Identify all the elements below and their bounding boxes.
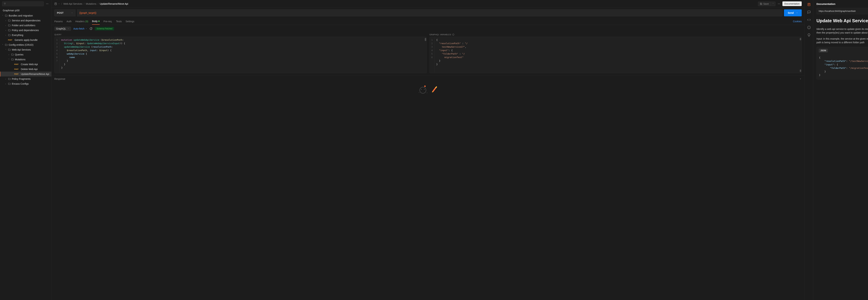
context-rail xyxy=(804,0,813,300)
sidebar-more-icon[interactable] xyxy=(45,2,49,6)
schema-status-badge: Schema Fetched xyxy=(95,27,114,30)
tab-chevron-icon[interactable] xyxy=(58,3,60,5)
chevron-down-icon xyxy=(85,28,87,30)
scrollbar-thumb[interactable] xyxy=(425,38,426,41)
tree-item-label: Bundles and migration xyxy=(9,14,33,17)
save-button[interactable]: Save xyxy=(758,2,771,6)
svg-point-0 xyxy=(46,4,47,4)
tree-item-label: Encass Configs xyxy=(12,82,29,85)
documentation-icon[interactable] xyxy=(807,3,811,6)
refresh-schema-button[interactable] xyxy=(90,27,92,30)
lightbulb-icon[interactable] xyxy=(807,33,811,37)
folder-icon xyxy=(11,53,14,56)
scrollbar-thumb[interactable] xyxy=(800,38,801,40)
folder-item[interactable]: ›Policy and dependencies xyxy=(0,28,51,33)
tree-item-label: Policy and dependencies xyxy=(12,29,39,32)
folder-item[interactable]: ˅Bundles and migration xyxy=(0,13,51,18)
method-select[interactable]: POST xyxy=(54,9,75,16)
tree-item-label: Service and dependencies xyxy=(12,19,40,22)
tab-more-icon[interactable] xyxy=(777,2,781,6)
folder-icon xyxy=(11,58,14,61)
svg-point-11 xyxy=(424,85,426,87)
info-icon[interactable] xyxy=(452,33,454,36)
body-type-select[interactable]: GraphQL xyxy=(54,27,71,31)
tree-item-label: Generic apply bundle xyxy=(14,38,37,42)
request-item[interactable]: POSTGeneric apply bundle xyxy=(0,37,51,43)
json-chip[interactable]: JSON xyxy=(819,49,828,53)
chevron-down-icon xyxy=(67,28,69,30)
folder-icon xyxy=(8,78,11,80)
chevron-icon: › xyxy=(4,25,7,26)
tab-icon[interactable] xyxy=(54,2,58,5)
tree-item-label: Web Api Services xyxy=(12,48,31,51)
query-editor[interactable]: 1234567 mutation updateWebApiService ($r… xyxy=(54,37,427,73)
documentation-panel: Documentation https://localhost:8443/gra… xyxy=(813,0,868,300)
docs-paragraph: Input: in this example, the service at t… xyxy=(816,37,868,44)
breadcrumb-current: Update/Rename/Move Api xyxy=(100,2,128,5)
chevron-down-icon xyxy=(71,12,73,14)
folder-icon xyxy=(5,14,8,17)
info-icon[interactable] xyxy=(807,26,811,29)
chevron-down-icon[interactable] xyxy=(799,78,802,80)
breadcrumb-item[interactable]: Mutations xyxy=(86,2,96,5)
cookies-link[interactable]: Cookies xyxy=(793,18,802,25)
filter-input[interactable] xyxy=(2,1,44,6)
folder-item[interactable]: ›Encass Configs xyxy=(0,81,51,86)
tab-tests[interactable]: Tests xyxy=(116,18,122,25)
scrollbar-thumb[interactable] xyxy=(800,70,801,72)
code-icon[interactable] xyxy=(807,18,811,22)
tab-body[interactable]: Body xyxy=(92,18,100,25)
folder-item[interactable]: ›Queries xyxy=(0,52,51,57)
folder-item[interactable]: ˅Mutations xyxy=(0,57,51,62)
breadcrumb-item[interactable]: Web Api Services xyxy=(63,2,82,5)
method-badge: POST xyxy=(14,63,20,65)
svg-point-9 xyxy=(421,89,422,90)
folder-item[interactable]: ›Everything xyxy=(0,33,51,37)
svg-point-2 xyxy=(48,4,48,4)
variables-header: GRAPHQL VARIABLES xyxy=(430,32,802,37)
comments-icon[interactable] xyxy=(807,10,811,14)
folder-item[interactable]: ›Policy Fragments xyxy=(0,77,51,81)
folder-icon xyxy=(8,82,11,85)
method-badge: POST xyxy=(14,68,20,70)
folder-icon xyxy=(8,34,11,36)
folder-icon xyxy=(8,24,11,27)
svg-point-6 xyxy=(779,3,780,4)
svg-point-12 xyxy=(419,92,419,93)
chevron-icon: ˅ xyxy=(4,49,7,51)
tab-settings[interactable]: Settings xyxy=(125,18,134,25)
folder-icon xyxy=(8,48,11,51)
folder-item[interactable]: ›Service and dependencies xyxy=(0,18,51,23)
folder-item[interactable]: ˅Web Api Services xyxy=(0,47,51,52)
response-header[interactable]: Response xyxy=(52,75,804,82)
chevron-icon: › xyxy=(8,54,10,56)
tab-bar: / Web Api Services / Mutations / Update/… xyxy=(52,0,804,8)
chevron-icon: › xyxy=(4,34,7,36)
docs-url[interactable]: https://localhost:8443/graphman/blah xyxy=(816,8,868,14)
folder-item[interactable]: ›Folder and subfolders xyxy=(0,23,51,28)
request-item[interactable]: POSTCreate Web Api xyxy=(0,62,51,67)
docs-paragraph: Identify a web api service to update giv… xyxy=(816,27,868,34)
breadcrumbs: / Web Api Services / Mutations / Update/… xyxy=(61,2,128,5)
tab-headers[interactable]: Headers (9) xyxy=(75,18,88,25)
request-tabs: Params Auth Headers (9) Body Pre-req. Te… xyxy=(52,18,804,25)
send-button[interactable]: Send xyxy=(784,9,802,16)
svg-point-4 xyxy=(778,3,778,4)
chevron-icon: ˅ xyxy=(1,15,4,17)
tab-auth[interactable]: Auth xyxy=(66,18,71,25)
folder-icon xyxy=(8,19,11,22)
tree-item-label: Update/Rename/Move Api xyxy=(21,73,49,76)
folder-item[interactable]: ˅Config entities (CRUD) xyxy=(0,43,51,47)
save-dropdown[interactable] xyxy=(771,2,775,6)
tab-prereq[interactable]: Pre-req. xyxy=(103,18,112,25)
tab-params[interactable]: Params xyxy=(54,18,63,25)
autofetch-toggle[interactable]: Auto-fetch xyxy=(73,27,87,30)
docs-json-body[interactable]: { "resolutionPath": "/testNewService17",… xyxy=(817,54,868,79)
folder-icon xyxy=(8,29,11,32)
collection-name[interactable]: Graphman pi30 xyxy=(0,8,51,13)
variables-editor[interactable]: 123456 { "resolutionPath" : "/ testNewSe… xyxy=(430,37,802,73)
svg-point-1 xyxy=(47,4,48,4)
url-input[interactable]: {{graph_target}} xyxy=(77,9,783,16)
request-item[interactable]: POSTDelete Web Api xyxy=(0,67,51,72)
request-item[interactable]: POSTUpdate/Rename/Move Api xyxy=(0,72,51,77)
